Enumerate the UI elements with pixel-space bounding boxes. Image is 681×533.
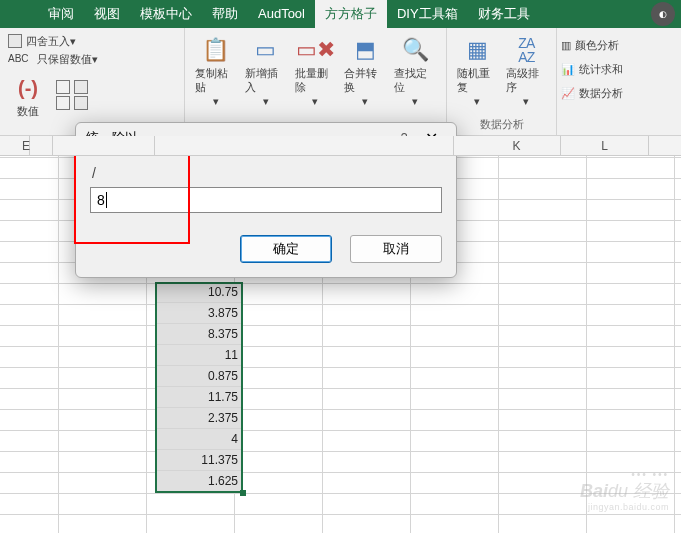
profile-avatar[interactable]: ◐ [651,2,675,26]
stats-icon: 📊 [561,60,575,78]
fill-handle[interactable] [240,490,246,496]
mini-toggle-1[interactable] [54,80,178,94]
cell-value[interactable]: 0.875 [155,366,243,387]
cell-value[interactable]: 4 [155,429,243,450]
cell-value[interactable]: 11 [155,345,243,366]
batch-delete-button[interactable]: ▭✖批量删除▾ [291,32,341,116]
cell-value[interactable]: 10.75 [155,282,243,303]
tab-diy-toolbox[interactable]: DIY工具箱 [387,0,468,28]
tab-template-center[interactable]: 模板中心 [130,0,202,28]
insert-icon: ▭ [250,34,282,66]
ribbon: 四舍五入 ▾ ABC 只保留数值 ▾ (-) 数值 📋复制粘贴▾ ▭新增 [0,28,681,136]
round-dropdown[interactable]: 四舍五入 ▾ [6,32,78,50]
tab-help[interactable]: 帮助 [202,0,248,28]
col-header-k[interactable]: K [473,136,561,156]
paren-icon: (-) [12,72,44,104]
abc-icon: ABC [6,50,31,68]
tab-finance-tools[interactable]: 财务工具 [468,0,540,28]
cancel-button[interactable]: 取消 [350,235,442,263]
col-header-l[interactable]: L [561,136,649,156]
merge-convert-button[interactable]: ⬒合并转换▾ [340,32,390,116]
tab-bar: 审阅 视图 模板中心 帮助 AudTool 方方格子 DIY工具箱 财务工具 ◐ [0,0,681,28]
numeric-button[interactable]: (-) 数值 [6,70,50,120]
stats-sum-button[interactable]: 📊统计求和 [559,60,625,78]
color-analysis-button[interactable]: ▥颜色分析 [559,36,625,54]
new-insert-button[interactable]: ▭新增插入▾ [241,32,291,116]
delete-icon: ▭✖ [299,34,331,66]
data-analysis-button[interactable]: 📈数据分析 [559,84,625,102]
mini-toggle-2[interactable] [54,96,178,110]
watermark: ••• ••• Baidu Baidu 经验经验 jingyan.baidu.c… [580,467,669,515]
cell-value[interactable]: 3.875 [155,303,243,324]
clipboard-icon: 📋 [200,34,232,66]
cell-value[interactable]: 2.375 [155,408,243,429]
divisor-input[interactable]: 8 [90,187,442,213]
col-header-e[interactable]: E [0,136,53,156]
tab-review[interactable]: 审阅 [38,0,84,28]
cell-value[interactable]: 11.75 [155,387,243,408]
copy-paste-button[interactable]: 📋复制粘贴▾ [191,32,241,116]
cell-value[interactable]: 1.625 [155,471,243,492]
search-icon: 🔍 [399,34,431,66]
analysis-icon: 📈 [561,84,575,102]
grid-icon: ▦ [461,34,493,66]
random-dup-button[interactable]: ▦随机重复▾ [453,32,502,116]
merge-icon: ⬒ [349,34,381,66]
advanced-sort-button[interactable]: Z AA Z高级排序▾ [502,32,551,116]
sort-icon: Z AA Z [510,34,542,66]
ok-button[interactable]: 确定 [240,235,332,263]
tab-fanggezi[interactable]: 方方格子 [315,0,387,28]
operator-label: / [92,165,440,181]
palette-icon: ▥ [561,36,571,54]
cell-value[interactable]: 11.375 [155,450,243,471]
group-data-analysis-label: 数据分析 [453,117,550,133]
tab-audtool[interactable]: AudTool [248,0,315,28]
tab-view[interactable]: 视图 [84,0,130,28]
keep-values-dropdown[interactable]: 只保留数值 ▾ [35,50,100,68]
find-locate-button[interactable]: 🔍查找定位▾ [390,32,440,116]
cell-value[interactable]: 8.375 [155,324,243,345]
